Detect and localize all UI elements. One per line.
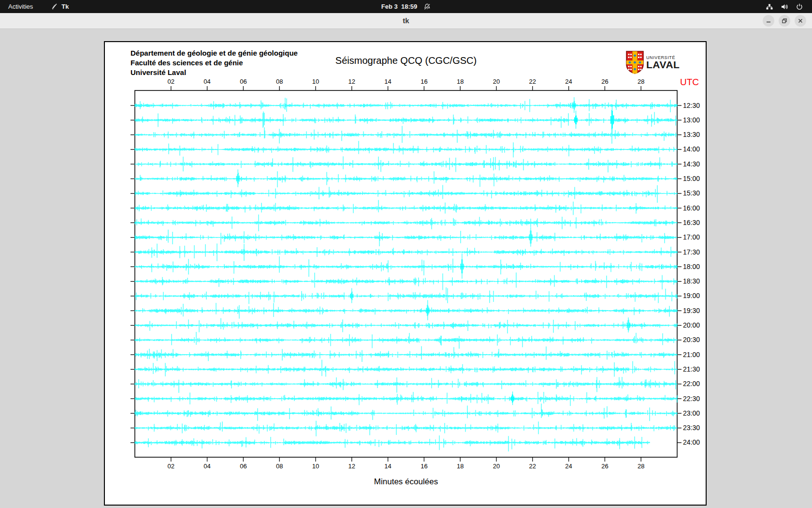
x-tick-label-bottom: 26 (596, 463, 613, 470)
utc-time-label: 15:30 (683, 189, 700, 197)
utc-time-label: 12:30 (683, 102, 700, 109)
seismogram-trace-row (135, 200, 677, 215)
utc-time-label: 20:30 (683, 336, 700, 344)
utc-time-label: 21:00 (683, 351, 700, 359)
plot-border (135, 90, 677, 457)
utc-time-label: 17:30 (683, 248, 700, 256)
power-icon (796, 3, 803, 11)
seismogram-trace-row (135, 300, 677, 320)
x-tick-label-top: 18 (451, 78, 469, 85)
activities-button[interactable]: Activities (0, 0, 41, 13)
seismogram-trace-row (135, 435, 650, 451)
utc-time-label: 22:30 (683, 395, 700, 403)
x-tick-label-top: 08 (271, 78, 288, 85)
seismogram-trace-row (135, 391, 677, 406)
seismograph-plot (105, 42, 708, 507)
utc-time-label: 15:00 (683, 175, 700, 182)
seismogram-trace-row (135, 156, 677, 172)
utc-time-label: 17:00 (683, 233, 700, 241)
x-tick-label-top: 26 (596, 78, 613, 85)
utc-time-label: 19:30 (683, 307, 700, 314)
system-status-area[interactable] (766, 0, 812, 13)
desktop: Activities Tk Feb 3 (0, 0, 812, 508)
clock-menu[interactable]: Feb 3 18:59 (381, 0, 431, 13)
seismogram-trace-row (135, 254, 677, 279)
seismograph-canvas: Département de géologie et de génie géol… (104, 41, 707, 506)
x-tick-label-top: 20 (488, 78, 505, 85)
seismogram-trace-row (135, 332, 677, 349)
x-tick-label-bottom: 24 (560, 463, 578, 470)
seismogram-trace-row (135, 272, 677, 290)
focused-app-label: Tk (61, 3, 69, 10)
seismogram-trace-row (135, 169, 677, 187)
utc-time-label: 19:00 (683, 292, 700, 299)
utc-time-label: 13:00 (683, 116, 700, 124)
utc-time-label: 14:30 (683, 160, 700, 168)
window-title: tk (0, 13, 812, 29)
utc-time-label: 23:30 (683, 424, 700, 432)
seismogram-trace-row (135, 317, 677, 333)
clock-label: Feb 3 18:59 (381, 3, 417, 10)
seismogram-trace-row (135, 97, 677, 113)
utc-time-label: 18:30 (683, 277, 700, 285)
network-wired-icon (766, 3, 773, 11)
x-tick-label-bottom: 08 (271, 463, 288, 470)
x-tick-label-top: 28 (632, 78, 650, 85)
close-button[interactable] (795, 15, 806, 27)
x-tick-label-bottom: 04 (199, 463, 216, 470)
x-tick-label-bottom: 12 (343, 463, 361, 470)
utc-time-label: 24:00 (683, 438, 700, 446)
x-tick-label-top: 22 (524, 78, 541, 85)
x-tick-label-top: 02 (162, 78, 180, 85)
seismogram-trace-row (135, 287, 677, 304)
utc-time-label: 22:00 (683, 380, 700, 388)
utc-time-label: 23:00 (683, 409, 700, 417)
x-tick-label-bottom: 10 (307, 463, 324, 470)
notifications-muted-icon (424, 3, 431, 10)
seismogram-trace-row (135, 421, 677, 436)
seismogram-trace-row (135, 227, 677, 247)
x-tick-label-top: 14 (379, 78, 397, 85)
focused-app-menu[interactable]: Tk (41, 0, 77, 13)
x-tick-label-bottom: 18 (451, 463, 469, 470)
x-tick-label-bottom: 28 (632, 463, 650, 470)
window-body: Département de géologie et de génie géol… (0, 29, 812, 508)
seismogram-trace-row (135, 141, 677, 157)
seismogram-trace-row (135, 377, 677, 393)
seismogram-trace-row (135, 126, 677, 144)
seismogram-trace-row (135, 105, 677, 134)
utc-time-label: 18:00 (683, 263, 700, 270)
seismogram-trace-row (135, 214, 677, 231)
window-controls (763, 15, 806, 27)
utc-time-label: 13:30 (683, 131, 700, 138)
utc-time-label: 16:30 (683, 219, 700, 226)
seismogram-trace-row (135, 243, 677, 261)
utc-time-label: 16:00 (683, 204, 700, 212)
maximize-button[interactable] (779, 15, 790, 27)
x-tick-label-bottom: 14 (379, 463, 397, 470)
x-tick-label-top: 16 (415, 78, 433, 85)
x-tick-label-top: 04 (199, 78, 216, 85)
x-tick-label-top: 10 (307, 78, 324, 85)
x-tick-label-top: 06 (234, 78, 252, 85)
tk-feather-icon (51, 3, 58, 10)
volume-icon (781, 3, 788, 11)
seismogram-trace-row (135, 403, 677, 421)
utc-time-label: 21:30 (683, 365, 700, 373)
x-tick-label-top: 24 (560, 78, 578, 85)
x-tick-label-bottom: 02 (162, 463, 180, 470)
seismogram-trace-row (135, 346, 677, 362)
seismogram-trace-row (135, 185, 677, 203)
window-titlebar[interactable]: tk (0, 13, 812, 29)
x-tick-label-bottom: 06 (234, 463, 252, 470)
x-tick-label-bottom: 16 (415, 463, 433, 470)
utc-time-label: 14:00 (683, 145, 700, 153)
minimize-button[interactable] (763, 15, 774, 27)
seismogram-trace-row (135, 360, 677, 377)
gnome-top-bar: Activities Tk Feb 3 (0, 0, 812, 13)
x-tick-label-top: 12 (343, 78, 361, 85)
x-tick-label-bottom: 22 (524, 463, 541, 470)
x-tick-label-bottom: 20 (488, 463, 505, 470)
utc-time-label: 20:00 (683, 321, 700, 329)
